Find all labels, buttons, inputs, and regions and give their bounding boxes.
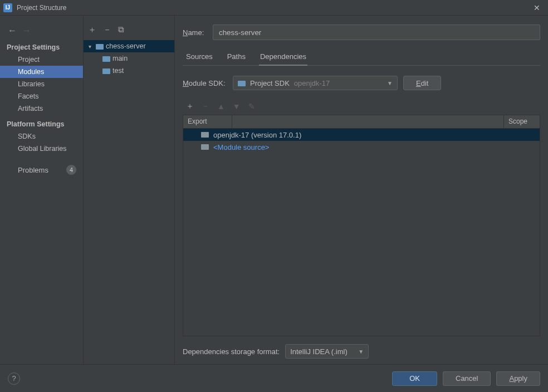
- titlebar: IJ Project Structure ✕: [0, 0, 548, 16]
- sidebar-item-modules[interactable]: Modules: [0, 66, 83, 78]
- storage-value: IntelliJ IDEA (.iml): [290, 347, 348, 356]
- modules-tree-panel: ＋ － ⧉ ▾ chess-server main test: [84, 16, 175, 364]
- sidebar-item-global-libraries[interactable]: Global Libraries: [0, 143, 83, 155]
- sidebar-item-libraries[interactable]: Libraries: [0, 78, 83, 90]
- sdk-prefix: Project SDK: [250, 79, 290, 87]
- module-folder-icon: [96, 43, 104, 50]
- sidebar-item-facets[interactable]: Facets: [0, 90, 83, 102]
- move-up-icon: ▲: [217, 102, 225, 111]
- dependency-row[interactable]: openjdk-17 (version 17.0.1): [183, 129, 540, 141]
- settings-sidebar: ← → Project Settings Project Modules Lib…: [0, 16, 84, 364]
- tree-node-root[interactable]: ▾ chess-server: [84, 40, 174, 52]
- window-title: Project Structure: [17, 4, 529, 12]
- sidebar-item-artifacts[interactable]: Artifacts: [0, 102, 83, 115]
- tab-dependencies[interactable]: Dependencies: [259, 49, 307, 65]
- tree-child-label: main: [112, 55, 128, 62]
- remove-icon[interactable]: －: [103, 24, 111, 35]
- tree-node-test[interactable]: test: [84, 65, 174, 77]
- storage-format-label: Dependencies storage format:: [183, 347, 280, 356]
- nav-forward-icon: →: [22, 26, 31, 36]
- edit-dependency-icon: ✎: [248, 102, 255, 111]
- col-scope[interactable]: Scope: [504, 115, 540, 128]
- col-spacer: [232, 115, 504, 128]
- copy-icon[interactable]: ⧉: [118, 24, 124, 35]
- sidebar-item-sdks[interactable]: SDKs: [0, 130, 83, 143]
- module-sdk-combo[interactable]: Project SDK openjdk-17 ▼: [233, 76, 398, 90]
- dependencies-table: Export Scope openjdk-17 (version 17.0.1)…: [183, 115, 540, 336]
- problems-count-badge: 4: [66, 165, 76, 175]
- tree-root-label: chess-server: [106, 42, 146, 50]
- add-dependency-icon[interactable]: ＋: [186, 101, 194, 111]
- remove-dependency-icon: －: [202, 101, 209, 111]
- tab-sources[interactable]: Sources: [185, 49, 214, 65]
- module-details-panel: Name: Sources Paths Dependencies Module …: [175, 16, 548, 364]
- edit-sdk-button[interactable]: Edit: [403, 76, 441, 90]
- module-folder-icon: [102, 67, 110, 74]
- dependencies-toolbar: ＋ － ▲ ▼ ✎: [183, 99, 540, 115]
- cancel-button[interactable]: Cancel: [443, 371, 491, 386]
- section-project-settings: Project Settings: [0, 41, 83, 53]
- app-icon: IJ: [3, 3, 12, 12]
- name-label: Name:: [183, 28, 206, 37]
- chevron-down-icon[interactable]: ▾: [86, 43, 94, 50]
- add-icon[interactable]: ＋: [88, 24, 96, 35]
- dependency-label: openjdk-17 (version 17.0.1): [213, 131, 301, 139]
- library-folder-icon: [201, 131, 209, 138]
- sidebar-item-project[interactable]: Project: [0, 53, 83, 66]
- tree-node-main[interactable]: main: [84, 52, 174, 65]
- close-icon[interactable]: ✕: [529, 3, 545, 12]
- sdk-folder-icon: [238, 80, 246, 86]
- dialog-footer: ? OK Cancel Apply: [0, 364, 548, 392]
- chevron-down-icon: ▼: [358, 349, 364, 355]
- problems-label: Problems: [18, 166, 66, 174]
- dependency-row[interactable]: <Module source>: [183, 141, 540, 153]
- help-icon[interactable]: ?: [8, 373, 20, 385]
- sidebar-item-problems[interactable]: Problems 4: [0, 163, 83, 177]
- tree-child-label: test: [112, 67, 124, 75]
- apply-button[interactable]: Apply: [496, 371, 540, 386]
- module-folder-icon: [102, 55, 110, 62]
- dependency-label: <Module source>: [213, 143, 269, 151]
- module-name-input[interactable]: [213, 24, 540, 40]
- module-tabs: Sources Paths Dependencies: [183, 49, 540, 66]
- col-export[interactable]: Export: [183, 115, 232, 128]
- storage-format-combo[interactable]: IntelliJ IDEA (.iml) ▼: [285, 344, 369, 359]
- chevron-down-icon: ▼: [387, 80, 393, 86]
- move-down-icon: ▼: [233, 102, 241, 111]
- sdk-value: openjdk-17: [294, 79, 330, 87]
- source-folder-icon: [201, 144, 209, 150]
- ok-button[interactable]: OK: [392, 371, 437, 386]
- nav-back-icon[interactable]: ←: [8, 26, 17, 36]
- module-sdk-label: Module SDK:: [183, 79, 227, 87]
- tab-paths[interactable]: Paths: [226, 49, 247, 65]
- section-platform-settings: Platform Settings: [0, 118, 83, 130]
